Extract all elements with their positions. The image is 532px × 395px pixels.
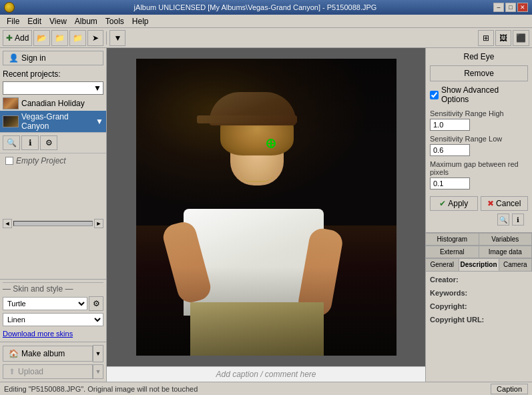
user-icon: 👤: [9, 53, 19, 63]
skin-settings-button[interactable]: ⚙: [89, 296, 103, 311]
sensitivity-low-input[interactable]: 0.6: [430, 144, 470, 156]
tab-external[interactable]: External: [426, 246, 479, 258]
tab-description[interactable]: Description: [459, 258, 499, 271]
status-text: Editing "P5150088.JPG". Original image w…: [4, 385, 198, 393]
right-panel: Red Eye Remove Show Advanced Options Sen…: [425, 48, 532, 382]
upload-icon: ⬆: [9, 367, 15, 376]
menu-tools[interactable]: Tools: [101, 15, 128, 27]
cancel-label: Cancel: [496, 199, 521, 208]
info-small-icon[interactable]: ℹ: [512, 214, 524, 226]
sign-in-button[interactable]: 👤 Sign in: [3, 51, 103, 65]
new-folder-icon: 📁: [73, 33, 83, 43]
view3-button[interactable]: ⬛: [513, 30, 529, 46]
empty-project-label: Empty Project: [16, 156, 66, 165]
tab-histogram[interactable]: Histogram: [426, 233, 479, 245]
copyright-url-field: Copyright URL:: [430, 316, 528, 324]
skin-select[interactable]: Turtle: [3, 297, 87, 310]
small-icons-row: 🔍 ℹ: [430, 211, 528, 228]
window-title: jAlbum UNLICENSED [My Albums\Vegas-Grand…: [17, 3, 493, 11]
person-body: [164, 102, 350, 356]
scroll-area: ◄ ►: [0, 168, 106, 279]
filter-button[interactable]: ▼: [109, 30, 125, 46]
scroll-right-button[interactable]: ►: [94, 219, 103, 228]
style-select[interactable]: Linen: [3, 313, 103, 326]
main-layout: 👤 Sign in Recent projects: ▼ Canadian Ho…: [0, 48, 532, 382]
tab-general[interactable]: General: [426, 258, 459, 271]
settings-icon-btn[interactable]: ⚙: [40, 135, 57, 150]
keywords-field: Keywords:: [430, 289, 528, 297]
upload-dropdown[interactable]: ▼: [93, 364, 103, 379]
scroll-left-button[interactable]: ◄: [3, 219, 12, 228]
show-advanced-row: Show Advanced Options: [430, 85, 528, 104]
sensitivity-high-input[interactable]: 1.0: [430, 119, 470, 131]
recent-projects-dropdown[interactable]: ▼: [3, 81, 103, 95]
center-panel: Add caption / comment here: [107, 48, 425, 382]
skin-section: — Skin and style — Turtle ⚙ Linen Downlo…: [0, 279, 106, 342]
view3-icon: ⬛: [516, 33, 526, 43]
empty-project-icon: [5, 157, 13, 165]
copyright-url-label: Copyright URL:: [430, 316, 528, 324]
folder-up-button[interactable]: 📁: [51, 30, 68, 46]
menu-album[interactable]: Album: [71, 15, 101, 27]
tab-camera[interactable]: Camera: [499, 258, 532, 271]
project-canadian-holiday[interactable]: Canadian Holiday: [0, 96, 106, 111]
apply-label: Apply: [448, 199, 468, 208]
empty-project-item: Empty Project: [0, 153, 106, 168]
zoom-icon[interactable]: 🔍: [497, 214, 509, 226]
project-vegas-grand-canyon[interactable]: Vegas-Grand Canyon ▼: [0, 111, 106, 132]
tab-image-data[interactable]: Image data: [479, 246, 533, 258]
menu-view[interactable]: View: [45, 15, 71, 27]
skin-section-label: — Skin and style —: [3, 282, 103, 294]
metadata-panel: Creator: Keywords: Copyright: Copyright …: [426, 272, 532, 382]
sensitivity-high-label: Sensitivity Range High: [430, 109, 528, 117]
remove-button[interactable]: Remove: [430, 65, 528, 81]
left-panel: 👤 Sign in Recent projects: ▼ Canadian Ho…: [0, 48, 107, 382]
make-album-button[interactable]: 🏠 Make album: [3, 346, 93, 362]
gear-icon: ⚙: [93, 299, 100, 308]
minimize-button[interactable]: –: [493, 3, 504, 12]
add-label: Add: [15, 33, 29, 43]
skin-row: Turtle ⚙: [3, 296, 103, 311]
action-area: 🏠 Make album ▼ ⬆ Upload ▼: [0, 342, 106, 382]
search-icon-btn[interactable]: 🔍: [3, 135, 20, 150]
grid-view-button[interactable]: ⊞: [478, 30, 494, 46]
max-gap-label: Maximum gap between red pixels: [430, 160, 528, 176]
close-button[interactable]: ✕: [517, 3, 528, 12]
max-gap-input[interactable]: 0.1: [430, 177, 470, 189]
red-eye-crosshair: [266, 139, 276, 148]
upload-button[interactable]: ⬆ Upload: [3, 364, 93, 379]
apply-button[interactable]: ✔ Apply: [430, 196, 478, 211]
menu-help[interactable]: Help: [128, 15, 153, 27]
view2-button[interactable]: 🖼: [495, 30, 511, 46]
album-icon: 🏠: [9, 349, 19, 358]
arrow-right-button[interactable]: ➤: [87, 30, 103, 46]
image-container: [107, 48, 425, 366]
toolbar: ✚ Add 📂 📁 📁 ➤ ▼ ⊞ 🖼 ⬛: [0, 28, 532, 48]
tab-variables[interactable]: Variables: [479, 233, 533, 245]
new-folder-button[interactable]: 📁: [69, 30, 86, 46]
add-button[interactable]: ✚ Add: [3, 30, 32, 46]
canadian-holiday-label: Canadian Holiday: [21, 99, 85, 108]
menu-edit[interactable]: Edit: [23, 15, 45, 27]
scroll-track[interactable]: [13, 221, 93, 226]
menu-file[interactable]: File: [3, 15, 23, 27]
show-advanced-checkbox[interactable]: [430, 91, 439, 99]
red-eye-panel: Red Eye Remove Show Advanced Options Sen…: [426, 48, 532, 233]
arrow-right-icon: ➤: [92, 33, 99, 43]
red-eye-title: Red Eye: [430, 52, 528, 61]
cancel-button[interactable]: ✖ Cancel: [481, 196, 529, 211]
caption-bar[interactable]: Add caption / comment here: [107, 366, 425, 382]
download-skins-link[interactable]: Download more skins: [3, 328, 103, 339]
add-icon: ✚: [6, 33, 13, 43]
main-image-area: [136, 59, 396, 356]
icon-row: 🔍 ℹ ⚙: [0, 132, 106, 153]
caption-button[interactable]: Caption: [491, 384, 528, 394]
open-folder-button[interactable]: 📂: [33, 30, 50, 46]
dropdown-arrow: ▼: [93, 83, 101, 93]
copyright-label: Copyright:: [430, 302, 528, 310]
creator-label: Creator:: [430, 276, 528, 284]
apply-cancel-row: ✔ Apply ✖ Cancel: [430, 196, 528, 211]
make-album-dropdown[interactable]: ▼: [93, 345, 103, 362]
maximize-button[interactable]: □: [505, 3, 516, 12]
info-icon-btn[interactable]: ℹ: [21, 135, 39, 150]
